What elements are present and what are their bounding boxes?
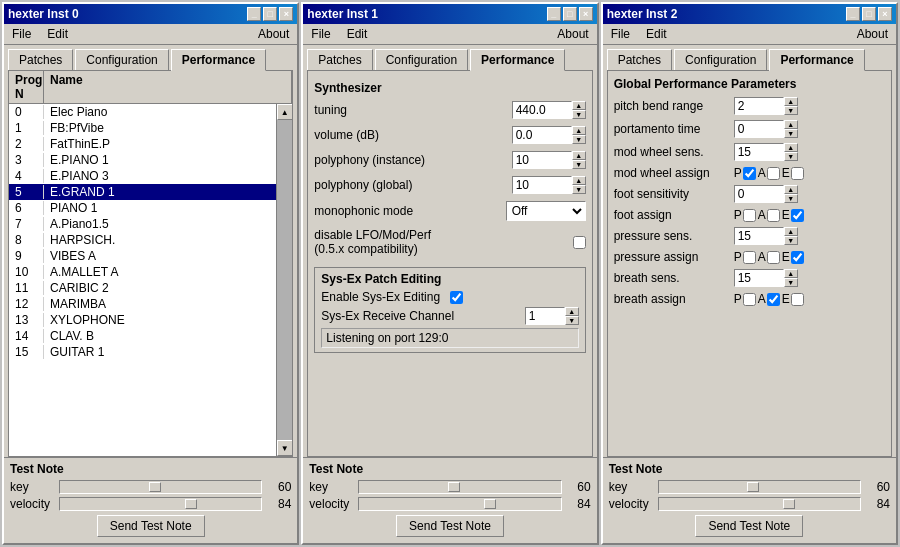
- foot-sens-up-btn[interactable]: ▲: [784, 185, 798, 194]
- breath-sens-down-btn[interactable]: ▼: [784, 278, 798, 287]
- patch-row[interactable]: 14CLAV. B: [9, 328, 276, 344]
- scroll-down-btn[interactable]: ▼: [277, 440, 293, 456]
- patch-row[interactable]: 7A.Piano1.5: [9, 216, 276, 232]
- breath-P-check[interactable]: [743, 293, 756, 306]
- patch-row[interactable]: 4E.PIANO 3: [9, 168, 276, 184]
- patch-row[interactable]: 8HARPSICH.: [9, 232, 276, 248]
- menu-edit-inst2[interactable]: Edit: [642, 26, 671, 42]
- mod-wheel-sens-up-btn[interactable]: ▲: [784, 143, 798, 152]
- minimize-btn[interactable]: _: [247, 7, 261, 21]
- key-slider-inst2[interactable]: [658, 480, 861, 494]
- scroll-track[interactable]: [277, 120, 293, 440]
- tab-perf-inst2[interactable]: Performance: [769, 49, 864, 71]
- sysex-channel-input[interactable]: [525, 307, 565, 325]
- mono-mode-select[interactable]: Off On: [506, 201, 586, 221]
- send-test-note-btn-inst1[interactable]: Send Test Note: [396, 515, 504, 537]
- maximize-btn-2[interactable]: □: [862, 7, 876, 21]
- mod-wheel-sens-down-btn[interactable]: ▼: [784, 152, 798, 161]
- patch-row[interactable]: 15GUITAR 1: [9, 344, 276, 360]
- sysex-channel-up-btn[interactable]: ▲: [565, 307, 579, 316]
- patch-row[interactable]: 11CARIBIC 2: [9, 280, 276, 296]
- tab-perf-inst1[interactable]: Performance: [470, 49, 565, 71]
- patch-row[interactable]: 5E.GRAND 1: [9, 184, 276, 200]
- patch-row[interactable]: 13XYLOPHONE: [9, 312, 276, 328]
- pressure-P-check[interactable]: [743, 251, 756, 264]
- send-test-note-btn-inst0[interactable]: Send Test Note: [97, 515, 205, 537]
- mod-wheel-A-check[interactable]: [767, 167, 780, 180]
- tuning-input[interactable]: [512, 101, 572, 119]
- velocity-slider-inst2[interactable]: [658, 497, 861, 511]
- volume-up-btn[interactable]: ▲: [572, 126, 586, 135]
- velocity-thumb-inst1[interactable]: [484, 499, 496, 509]
- breath-E-check[interactable]: [791, 293, 804, 306]
- menu-edit-inst0[interactable]: Edit: [43, 26, 72, 42]
- foot-A-check[interactable]: [767, 209, 780, 222]
- breath-sens-input[interactable]: [734, 269, 784, 287]
- patch-row[interactable]: 6PIANO 1: [9, 200, 276, 216]
- tab-perf-inst0[interactable]: Performance: [171, 49, 266, 71]
- menu-file-inst2[interactable]: File: [607, 26, 634, 42]
- pitch-bend-input[interactable]: [734, 97, 784, 115]
- tab-patches-inst2[interactable]: Patches: [607, 49, 672, 70]
- poly-global-down-btn[interactable]: ▼: [572, 185, 586, 194]
- tab-config-inst1[interactable]: Configuration: [375, 49, 468, 70]
- tab-patches-inst1[interactable]: Patches: [307, 49, 372, 70]
- tuning-down-btn[interactable]: ▼: [572, 110, 586, 119]
- pressure-A-check[interactable]: [767, 251, 780, 264]
- key-slider-inst0[interactable]: [59, 480, 262, 494]
- velocity-thumb-inst2[interactable]: [783, 499, 795, 509]
- pressure-sens-up-btn[interactable]: ▲: [784, 227, 798, 236]
- patch-row[interactable]: 12MARIMBA: [9, 296, 276, 312]
- poly-global-up-btn[interactable]: ▲: [572, 176, 586, 185]
- disable-lfo-checkbox[interactable]: [573, 236, 586, 249]
- key-slider-inst1[interactable]: [358, 480, 561, 494]
- mod-wheel-sens-input[interactable]: [734, 143, 784, 161]
- menu-file-inst1[interactable]: File: [307, 26, 334, 42]
- volume-down-btn[interactable]: ▼: [572, 135, 586, 144]
- tuning-up-btn[interactable]: ▲: [572, 101, 586, 110]
- close-btn-2[interactable]: ×: [878, 7, 892, 21]
- tab-config-inst0[interactable]: Configuration: [75, 49, 168, 70]
- patch-row[interactable]: 1FB:PfVibe: [9, 120, 276, 136]
- pressure-sens-down-btn[interactable]: ▼: [784, 236, 798, 245]
- minimize-btn-1[interactable]: _: [547, 7, 561, 21]
- portamento-input[interactable]: [734, 120, 784, 138]
- patch-row[interactable]: 9VIBES A: [9, 248, 276, 264]
- velocity-thumb-inst0[interactable]: [185, 499, 197, 509]
- volume-input[interactable]: [512, 126, 572, 144]
- menu-about-inst0[interactable]: About: [254, 26, 293, 42]
- key-thumb-inst1[interactable]: [448, 482, 460, 492]
- pitch-bend-up-btn[interactable]: ▲: [784, 97, 798, 106]
- patch-row[interactable]: 3E.PIANO 1: [9, 152, 276, 168]
- close-btn-1[interactable]: ×: [579, 7, 593, 21]
- foot-P-check[interactable]: [743, 209, 756, 222]
- poly-inst-up-btn[interactable]: ▲: [572, 151, 586, 160]
- patch-row[interactable]: 10A.MALLET A: [9, 264, 276, 280]
- portamento-up-btn[interactable]: ▲: [784, 120, 798, 129]
- foot-E-check[interactable]: [791, 209, 804, 222]
- patch-row[interactable]: 2FatThinE.P: [9, 136, 276, 152]
- menu-edit-inst1[interactable]: Edit: [343, 26, 372, 42]
- mod-wheel-E-check[interactable]: [791, 167, 804, 180]
- poly-inst-down-btn[interactable]: ▼: [572, 160, 586, 169]
- foot-sens-input[interactable]: [734, 185, 784, 203]
- breath-A-check[interactable]: [767, 293, 780, 306]
- breath-sens-up-btn[interactable]: ▲: [784, 269, 798, 278]
- pitch-bend-down-btn[interactable]: ▼: [784, 106, 798, 115]
- sysex-enable-checkbox[interactable]: [450, 291, 463, 304]
- poly-global-input[interactable]: [512, 176, 572, 194]
- sysex-channel-down-btn[interactable]: ▼: [565, 316, 579, 325]
- menu-file-inst0[interactable]: File: [8, 26, 35, 42]
- tab-config-inst2[interactable]: Configuration: [674, 49, 767, 70]
- close-btn[interactable]: ×: [279, 7, 293, 21]
- pressure-E-check[interactable]: [791, 251, 804, 264]
- key-thumb-inst2[interactable]: [747, 482, 759, 492]
- mod-wheel-P-check[interactable]: [743, 167, 756, 180]
- velocity-slider-inst0[interactable]: [59, 497, 262, 511]
- poly-inst-input[interactable]: [512, 151, 572, 169]
- maximize-btn-1[interactable]: □: [563, 7, 577, 21]
- send-test-note-btn-inst2[interactable]: Send Test Note: [695, 515, 803, 537]
- foot-sens-down-btn[interactable]: ▼: [784, 194, 798, 203]
- tab-patches-inst0[interactable]: Patches: [8, 49, 73, 70]
- key-thumb-inst0[interactable]: [149, 482, 161, 492]
